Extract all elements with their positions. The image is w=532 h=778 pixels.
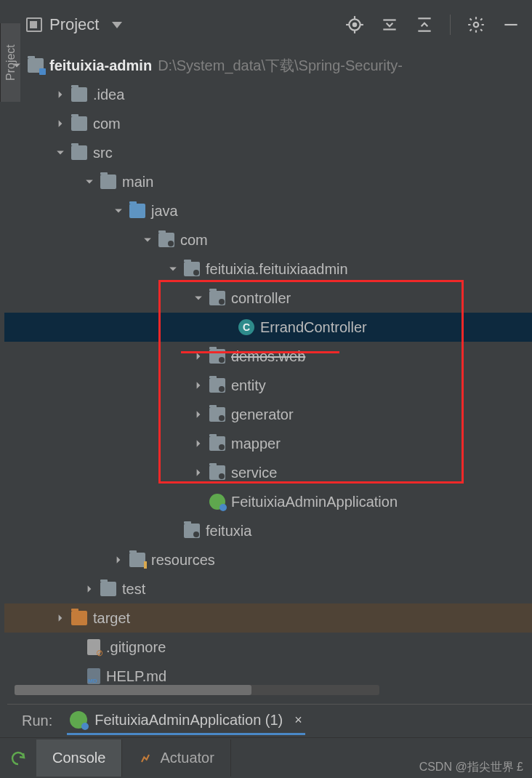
chevron-down-icon[interactable] (12, 60, 22, 71)
tree-item-com-top[interactable]: com (4, 109, 532, 138)
tree-item-errand-controller[interactable]: C ErrandController (4, 313, 532, 342)
tree-item-gitignore[interactable]: .gitignore (4, 633, 532, 662)
tree-label: feituixia-admin (49, 57, 152, 74)
collapse-all-icon[interactable] (415, 15, 434, 34)
tree-root[interactable]: feituixia-admin D:\System_data\下载\Spring… (4, 51, 532, 80)
tree-label: .idea (93, 87, 124, 103)
horizontal-scrollbar[interactable] (15, 685, 379, 695)
minimize-icon[interactable] (501, 15, 520, 34)
run-tab-label: FeituixiaAdminApplication (1) (94, 712, 283, 729)
toolbar-divider (450, 15, 451, 35)
tree-item-pkg[interactable]: feituixia.feituixiaadmin (4, 254, 532, 284)
run-label: Run: (22, 713, 52, 729)
tree-item-test[interactable]: test (4, 574, 532, 603)
tree-item-service[interactable]: service (4, 458, 532, 487)
spring-boot-icon (209, 494, 225, 510)
folder-icon (100, 582, 116, 596)
tree-item-src[interactable]: src (4, 138, 532, 167)
excluded-folder-icon (71, 611, 87, 625)
tree-label: resources (151, 552, 215, 569)
tab-actuator[interactable]: Actuator (122, 739, 230, 777)
tree-item-mapper[interactable]: mapper (4, 429, 532, 458)
chevron-down-icon (112, 22, 122, 28)
tree-item-controller[interactable]: controller (4, 284, 532, 313)
tree-label: feituixia.feituixiaadmin (206, 261, 348, 278)
tree-label: test (122, 581, 145, 598)
tree-label: service (231, 465, 277, 481)
chevron-down-icon[interactable] (55, 148, 65, 158)
chevron-down-icon[interactable] (168, 264, 178, 274)
project-view-selector[interactable]: Project (26, 15, 122, 34)
chevron-right-icon[interactable] (113, 555, 124, 565)
locate-icon[interactable] (345, 15, 364, 34)
tree-item-idea[interactable]: .idea (4, 80, 532, 109)
tree-label: target (93, 610, 130, 627)
tree-item-demos[interactable]: demos.web (4, 342, 532, 371)
tree-label: HELP.md (106, 668, 166, 685)
chevron-right-icon[interactable] (55, 613, 65, 623)
tree-label: demos.web (231, 348, 305, 365)
project-toolbar: Project (26, 9, 525, 41)
package-icon (158, 233, 174, 247)
run-config-tab[interactable]: FeituixiaAdminApplication (1) × (67, 707, 305, 735)
scrollbar-thumb[interactable] (15, 685, 251, 695)
tree-label: ErrandController (260, 319, 367, 336)
tree-label: com (180, 232, 208, 249)
gear-icon[interactable] (467, 15, 485, 34)
project-icon (26, 17, 42, 32)
rerun-button[interactable] (0, 750, 36, 767)
chevron-right-icon[interactable] (193, 468, 203, 478)
folder-icon (100, 175, 116, 189)
project-tree[interactable]: feituixia-admin D:\System_data\下载\Spring… (4, 47, 532, 691)
tree-item-com[interactable]: com (4, 225, 532, 254)
resources-folder-icon (129, 553, 145, 567)
chevron-right-icon[interactable] (193, 380, 203, 390)
folder-icon (71, 116, 87, 131)
tree-item-generator[interactable]: generator (4, 400, 532, 429)
tree-label: mapper (231, 436, 281, 452)
tree-item-java[interactable]: java (4, 196, 532, 225)
run-toolbar: Run: FeituixiaAdminApplication (1) × (7, 704, 532, 737)
tree-label: .gitignore (106, 639, 166, 656)
chevron-down-icon[interactable] (193, 293, 203, 303)
source-folder-icon (129, 204, 145, 218)
tree-label: controller (231, 290, 291, 307)
tree-item-target[interactable]: target (4, 603, 532, 633)
chevron-right-icon[interactable] (193, 351, 203, 361)
chevron-right-icon[interactable] (55, 119, 65, 129)
svg-point-1 (353, 23, 356, 26)
tree-item-feituxia[interactable]: feituxia (4, 516, 532, 545)
close-icon[interactable]: × (294, 713, 302, 728)
tree-label: java (151, 203, 178, 220)
tab-label: Actuator (160, 750, 214, 766)
tree-label: main (122, 174, 153, 191)
folder-icon (71, 87, 87, 102)
class-icon: C (238, 319, 254, 335)
chevron-down-icon[interactable] (142, 235, 153, 245)
tree-item-entity[interactable]: entity (4, 371, 532, 400)
tree-label: entity (231, 377, 266, 394)
tree-label: feituxia (206, 523, 251, 540)
expand-all-icon[interactable] (380, 15, 399, 34)
package-icon (209, 349, 225, 364)
tree-item-app[interactable]: FeituixiaAdminApplication (4, 487, 532, 516)
toolbar-title: Project (49, 15, 99, 34)
tree-item-main[interactable]: main (4, 167, 532, 196)
tree-label: com (93, 116, 121, 132)
tree-label: generator (231, 406, 294, 423)
svg-point-10 (474, 23, 479, 28)
watermark: CSDN @指尖世界 £ (419, 760, 523, 775)
chevron-right-icon[interactable] (84, 584, 94, 594)
chevron-down-icon[interactable] (113, 206, 124, 216)
chevron-right-icon[interactable] (193, 409, 203, 420)
package-icon (184, 262, 200, 276)
package-icon (184, 524, 200, 538)
package-icon (209, 436, 225, 451)
tree-item-resources[interactable]: resources (4, 545, 532, 574)
chevron-down-icon[interactable] (84, 177, 94, 187)
chevron-right-icon[interactable] (55, 89, 65, 100)
markdown-file-icon (87, 668, 100, 684)
tab-console[interactable]: Console (36, 739, 122, 777)
actuator-icon (138, 751, 153, 766)
chevron-right-icon[interactable] (193, 438, 203, 449)
